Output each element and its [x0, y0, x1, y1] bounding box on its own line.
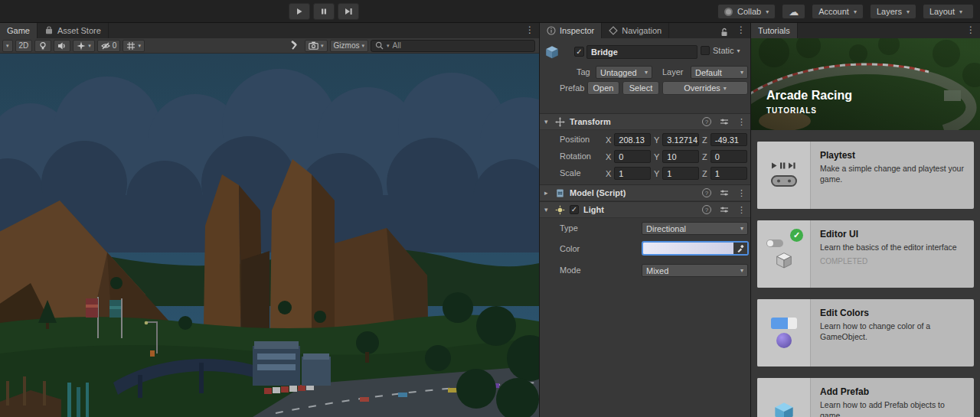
- 2d-toggle[interactable]: 2D: [15, 40, 33, 52]
- gizmos-dropdown[interactable]: Gizmos ▾: [330, 40, 368, 52]
- layer-dropdown[interactable]: Default ▾: [691, 66, 748, 79]
- overrides-label: Overrides: [684, 83, 720, 93]
- tutorials-menu-kebab-icon[interactable]: ⋮: [966, 24, 975, 35]
- tutorial-card-playtest[interactable]: Playtest Make a simple change and playte…: [757, 142, 974, 209]
- gameobject-name-field[interactable]: Bridge: [586, 45, 697, 59]
- presets-icon[interactable]: [720, 205, 729, 214]
- position-label: Position: [560, 135, 590, 144]
- presets-icon[interactable]: [720, 188, 729, 197]
- speaker-icon: [57, 41, 67, 50]
- static-control[interactable]: Static ▾: [701, 46, 740, 55]
- component-kebab-icon[interactable]: ⋮: [737, 117, 746, 127]
- scene-search-input[interactable]: ▾ All: [371, 40, 535, 52]
- collab-button[interactable]: Collab ▾: [717, 4, 776, 19]
- tab-asset-store[interactable]: Asset Store: [38, 23, 109, 38]
- position-y[interactable]: Y3.12714: [654, 133, 699, 146]
- grid-dropdown[interactable]: ▾: [122, 40, 145, 52]
- component-kebab-icon[interactable]: ⋮: [737, 205, 746, 215]
- light-mode-dropdown[interactable]: Mixed ▾: [642, 264, 748, 277]
- rotation-z-field[interactable]: 0: [710, 150, 747, 163]
- gizmos-label: Gizmos: [334, 41, 360, 50]
- x-label: X: [606, 152, 611, 161]
- component-kebab-icon[interactable]: ⋮: [737, 188, 746, 198]
- prefab-open-button[interactable]: Open: [587, 81, 619, 95]
- inspector-menu-kebab-icon[interactable]: ⋮: [737, 24, 746, 35]
- layer-value: Default: [695, 68, 722, 77]
- rotation-x-field[interactable]: 0: [614, 150, 651, 163]
- help-icon[interactable]: ?: [702, 117, 711, 126]
- scale-x[interactable]: X1: [606, 167, 651, 180]
- scale-z-field[interactable]: 1: [710, 167, 747, 180]
- presets-icon[interactable]: [720, 117, 729, 126]
- rotation-y[interactable]: Y10: [654, 150, 699, 163]
- foldout-icon[interactable]: ▾: [544, 206, 550, 213]
- eyedropper-button[interactable]: [733, 243, 747, 254]
- position-x[interactable]: X208.13: [606, 133, 651, 146]
- static-checkbox[interactable]: [701, 46, 710, 55]
- rotation-x[interactable]: X0: [606, 150, 651, 163]
- position-z-field[interactable]: -49.31: [710, 133, 747, 146]
- mini-transport-icons: [772, 162, 796, 169]
- rotation-z[interactable]: Z0: [702, 150, 747, 163]
- play-button[interactable]: [289, 3, 310, 20]
- chevron-down-icon: ▾: [766, 8, 769, 15]
- scale-z[interactable]: Z1: [702, 167, 747, 180]
- chevron-down-icon: ▾: [906, 8, 910, 15]
- color-swatch[interactable]: [643, 243, 733, 254]
- transform-component-header[interactable]: ▾ Transform ? ⋮: [540, 113, 750, 130]
- rotation-y-field[interactable]: 10: [662, 150, 699, 163]
- scene-menu-kebab-icon[interactable]: ⋮: [525, 24, 534, 35]
- foldout-icon[interactable]: ▾: [544, 118, 550, 125]
- editor-tools-button[interactable]: [286, 40, 302, 52]
- position-y-field[interactable]: 3.12714: [662, 133, 699, 146]
- light-mode-label: Mode: [560, 266, 581, 275]
- scale-x-field[interactable]: 1: [614, 167, 651, 180]
- pause-button[interactable]: [313, 3, 335, 20]
- tab-game[interactable]: Game: [0, 23, 38, 38]
- gameobject-cube-icon: [544, 44, 560, 61]
- light-type-value: Directional: [646, 224, 686, 233]
- audio-toggle[interactable]: [54, 40, 70, 52]
- position-x-field[interactable]: 208.13: [614, 133, 651, 146]
- layout-button[interactable]: Layout ▾: [923, 4, 974, 19]
- tag-dropdown[interactable]: Untagged ▾: [596, 66, 652, 79]
- active-checkbox[interactable]: ✓: [574, 47, 584, 57]
- card-desc: Learn how to change color of a GameObjec…: [820, 321, 966, 342]
- prefab-select-button[interactable]: Select: [622, 81, 659, 95]
- tab-inspector[interactable]: Inspector: [540, 23, 602, 38]
- scale-y[interactable]: Y1: [654, 167, 699, 180]
- effects-dropdown[interactable]: ▾: [73, 40, 95, 52]
- light-type-dropdown[interactable]: Directional ▾: [642, 222, 748, 235]
- chevron-down-icon: ▾: [6, 43, 9, 49]
- light-component-header[interactable]: ▾ ✓ Light ? ⋮: [540, 201, 750, 218]
- tutorial-card-editor-ui[interactable]: ✓ Editor UI Learn the basics of the edit…: [757, 220, 974, 288]
- step-icon: [345, 8, 353, 15]
- prefab-overrides-button[interactable]: Overrides ▾: [662, 81, 748, 95]
- foldout-icon[interactable]: ▸: [544, 189, 550, 197]
- tutorial-card-add-prefab[interactable]: Add Prefab Learn how to add Prefab objec…: [757, 378, 974, 417]
- camera-dropdown[interactable]: ▾: [305, 40, 328, 52]
- scale-y-field[interactable]: 1: [662, 167, 699, 180]
- cloud-button[interactable]: ☁: [782, 4, 805, 19]
- model-script-component-header[interactable]: ▸ Model (Script) ? ⋮: [540, 184, 750, 201]
- step-button[interactable]: [338, 3, 359, 20]
- light-icon: [555, 205, 565, 215]
- account-button[interactable]: Account ▾: [812, 4, 864, 19]
- tab-tutorials[interactable]: Tutorials: [751, 23, 798, 38]
- prefab-label: Prefab: [560, 83, 584, 93]
- tab-navigation[interactable]: Navigation: [602, 23, 669, 38]
- layers-button[interactable]: Layers ▾: [870, 4, 916, 19]
- chevron-down-icon: ▾: [88, 43, 91, 49]
- draw-mode-dropdown[interactable]: ▾: [2, 40, 13, 52]
- check-icon: ✓: [571, 206, 577, 213]
- light-enabled-checkbox[interactable]: ✓: [570, 205, 579, 214]
- scene-visibility-toggle[interactable]: 0: [97, 40, 121, 52]
- help-icon[interactable]: ?: [702, 188, 711, 197]
- scene-viewport[interactable]: [0, 54, 539, 417]
- tutorial-card-edit-colors[interactable]: Edit Colors Learn how to change color of…: [757, 299, 974, 367]
- light-color-field[interactable]: [642, 241, 749, 256]
- position-z[interactable]: Z-49.31: [702, 133, 747, 146]
- help-icon[interactable]: ?: [702, 205, 711, 214]
- chevron-down-icon: ▾: [740, 225, 743, 232]
- lighting-toggle[interactable]: [34, 40, 51, 52]
